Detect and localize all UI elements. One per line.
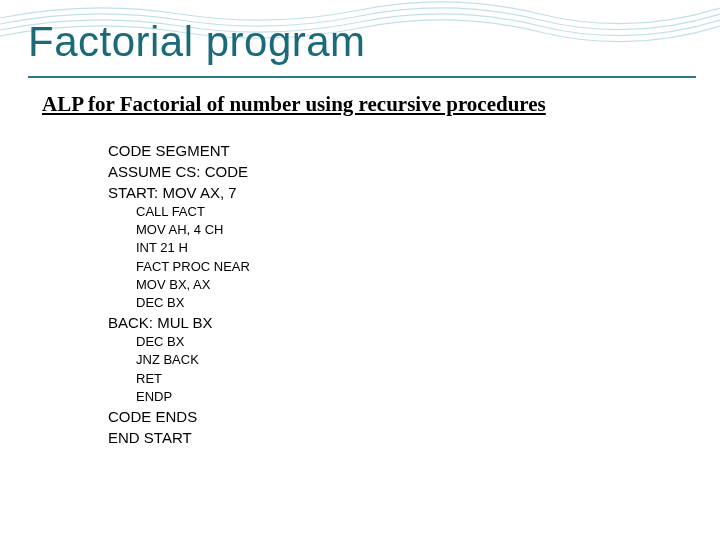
code-line: CALL FACT	[136, 203, 250, 221]
code-line: DEC BX	[136, 333, 250, 351]
title-underline	[28, 76, 696, 78]
slide-title: Factorial program	[28, 18, 366, 66]
code-line: DEC BX	[136, 294, 250, 312]
code-line: START: MOV AX, 7	[108, 182, 250, 203]
code-line: FACT PROC NEAR	[136, 258, 250, 276]
code-line: MOV AH, 4 CH	[136, 221, 250, 239]
code-line: ASSUME CS: CODE	[108, 161, 250, 182]
code-line: END START	[108, 427, 250, 448]
slide-subtitle: ALP for Factorial of number using recurs…	[42, 92, 546, 117]
code-line: BACK: MUL BX	[108, 312, 250, 333]
code-line: RET	[136, 370, 250, 388]
code-line: CODE ENDS	[108, 406, 250, 427]
code-line: ENDP	[136, 388, 250, 406]
code-line: INT 21 H	[136, 239, 250, 257]
code-line: CODE SEGMENT	[108, 140, 250, 161]
code-line: MOV BX, AX	[136, 276, 250, 294]
code-line: JNZ BACK	[136, 351, 250, 369]
code-block: CODE SEGMENT ASSUME CS: CODE START: MOV …	[108, 140, 250, 448]
